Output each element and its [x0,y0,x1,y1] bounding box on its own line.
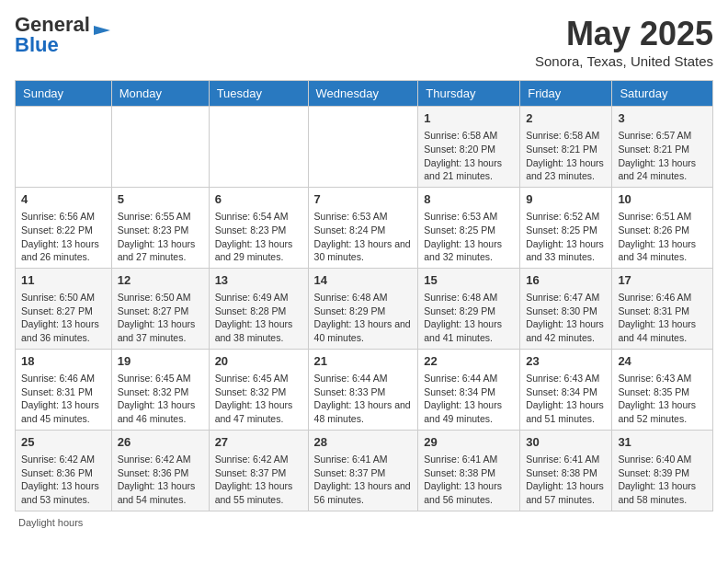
day-number: 2 [526,110,606,127]
day-number: 22 [424,353,514,370]
day-header-tuesday: Tuesday [209,81,308,107]
calendar-cell [209,107,308,188]
day-number: 27 [215,434,302,451]
day-number: 20 [215,353,302,370]
calendar-cell [111,107,209,188]
day-info: Sunrise: 6:46 AM Sunset: 8:31 PM Dayligh… [618,292,696,343]
day-info: Sunrise: 6:41 AM Sunset: 8:37 PM Dayligh… [314,454,411,505]
day-number: 3 [618,110,707,127]
day-header-thursday: Thursday [418,81,520,107]
day-info: Sunrise: 6:42 AM Sunset: 8:36 PM Dayligh… [21,454,99,505]
day-number: 14 [314,272,413,289]
footer-note: Daylight hours [15,517,713,528]
day-info: Sunrise: 6:48 AM Sunset: 8:29 PM Dayligh… [424,292,502,343]
day-info: Sunrise: 6:42 AM Sunset: 8:37 PM Dayligh… [215,454,293,505]
calendar-cell: 18Sunrise: 6:46 AM Sunset: 8:31 PM Dayli… [16,349,112,430]
day-header-sunday: Sunday [16,81,112,107]
calendar-table: SundayMondayTuesdayWednesdayThursdayFrid… [15,80,713,511]
day-number: 24 [618,353,707,370]
calendar-cell: 8Sunrise: 6:53 AM Sunset: 8:25 PM Daylig… [418,187,520,268]
calendar-cell: 20Sunrise: 6:45 AM Sunset: 8:32 PM Dayli… [209,349,308,430]
day-number: 11 [21,272,106,289]
day-info: Sunrise: 6:43 AM Sunset: 8:34 PM Dayligh… [526,373,604,424]
day-info: Sunrise: 6:53 AM Sunset: 8:24 PM Dayligh… [314,211,411,262]
day-header-wednesday: Wednesday [308,81,418,107]
calendar-cell: 4Sunrise: 6:56 AM Sunset: 8:22 PM Daylig… [16,187,112,268]
calendar-cell: 12Sunrise: 6:50 AM Sunset: 8:27 PM Dayli… [111,268,209,349]
month-year: May 2025 [535,15,713,53]
day-number: 13 [215,272,302,289]
day-number: 30 [526,434,606,451]
day-info: Sunrise: 6:57 AM Sunset: 8:21 PM Dayligh… [618,130,696,181]
calendar-cell: 28Sunrise: 6:41 AM Sunset: 8:37 PM Dayli… [308,430,418,511]
calendar-cell: 15Sunrise: 6:48 AM Sunset: 8:29 PM Dayli… [418,268,520,349]
day-info: Sunrise: 6:45 AM Sunset: 8:32 PM Dayligh… [118,373,196,424]
title-block: May 2025 Sonora, Texas, United States [535,15,713,69]
calendar-cell: 10Sunrise: 6:51 AM Sunset: 8:26 PM Dayli… [612,187,713,268]
day-info: Sunrise: 6:43 AM Sunset: 8:35 PM Dayligh… [618,373,696,424]
day-number: 8 [424,191,514,208]
day-info: Sunrise: 6:41 AM Sunset: 8:38 PM Dayligh… [526,454,604,505]
day-number: 10 [618,191,707,208]
calendar-cell: 25Sunrise: 6:42 AM Sunset: 8:36 PM Dayli… [16,430,112,511]
day-number: 26 [118,434,203,451]
day-info: Sunrise: 6:47 AM Sunset: 8:30 PM Dayligh… [526,292,604,343]
day-number: 15 [424,272,514,289]
calendar-cell: 7Sunrise: 6:53 AM Sunset: 8:24 PM Daylig… [308,187,418,268]
calendar-cell: 1Sunrise: 6:58 AM Sunset: 8:20 PM Daylig… [418,107,520,188]
calendar-cell: 22Sunrise: 6:44 AM Sunset: 8:34 PM Dayli… [418,349,520,430]
calendar-cell [16,107,112,188]
day-header-monday: Monday [111,81,209,107]
day-number: 9 [526,191,606,208]
day-info: Sunrise: 6:48 AM Sunset: 8:29 PM Dayligh… [314,292,411,343]
calendar-cell: 21Sunrise: 6:44 AM Sunset: 8:33 PM Dayli… [308,349,418,430]
day-number: 7 [314,191,413,208]
calendar-cell: 13Sunrise: 6:49 AM Sunset: 8:28 PM Dayli… [209,268,308,349]
location: Sonora, Texas, United States [535,53,713,69]
day-info: Sunrise: 6:45 AM Sunset: 8:32 PM Dayligh… [215,373,293,424]
day-info: Sunrise: 6:58 AM Sunset: 8:20 PM Dayligh… [424,130,502,181]
day-info: Sunrise: 6:50 AM Sunset: 8:27 PM Dayligh… [118,292,196,343]
calendar-cell: 6Sunrise: 6:54 AM Sunset: 8:23 PM Daylig… [209,187,308,268]
day-header-friday: Friday [520,81,612,107]
day-info: Sunrise: 6:53 AM Sunset: 8:25 PM Dayligh… [424,211,502,262]
day-number: 18 [21,353,106,370]
calendar-cell: 30Sunrise: 6:41 AM Sunset: 8:38 PM Dayli… [520,430,612,511]
day-info: Sunrise: 6:55 AM Sunset: 8:23 PM Dayligh… [118,211,196,262]
day-number: 6 [215,191,302,208]
day-info: Sunrise: 6:51 AM Sunset: 8:26 PM Dayligh… [618,211,696,262]
logo-icon [92,20,112,40]
day-info: Sunrise: 6:56 AM Sunset: 8:22 PM Dayligh… [21,211,99,262]
calendar-cell: 11Sunrise: 6:50 AM Sunset: 8:27 PM Dayli… [16,268,112,349]
day-info: Sunrise: 6:44 AM Sunset: 8:34 PM Dayligh… [424,373,502,424]
calendar-cell: 9Sunrise: 6:52 AM Sunset: 8:25 PM Daylig… [520,187,612,268]
day-number: 25 [21,434,106,451]
day-info: Sunrise: 6:42 AM Sunset: 8:36 PM Dayligh… [118,454,196,505]
calendar-cell: 31Sunrise: 6:40 AM Sunset: 8:39 PM Dayli… [612,430,713,511]
day-number: 17 [618,272,707,289]
day-number: 19 [118,353,203,370]
calendar-cell: 3Sunrise: 6:57 AM Sunset: 8:21 PM Daylig… [612,107,713,188]
calendar-cell: 24Sunrise: 6:43 AM Sunset: 8:35 PM Dayli… [612,349,713,430]
calendar-cell [308,107,418,188]
calendar-cell: 27Sunrise: 6:42 AM Sunset: 8:37 PM Dayli… [209,430,308,511]
calendar-cell: 5Sunrise: 6:55 AM Sunset: 8:23 PM Daylig… [111,187,209,268]
calendar-cell: 29Sunrise: 6:41 AM Sunset: 8:38 PM Dayli… [418,430,520,511]
day-number: 4 [21,191,106,208]
calendar-cell: 2Sunrise: 6:58 AM Sunset: 8:21 PM Daylig… [520,107,612,188]
day-number: 31 [618,434,707,451]
calendar-cell: 14Sunrise: 6:48 AM Sunset: 8:29 PM Dayli… [308,268,418,349]
calendar-cell: 26Sunrise: 6:42 AM Sunset: 8:36 PM Dayli… [111,430,209,511]
svg-marker-0 [94,26,110,35]
day-info: Sunrise: 6:49 AM Sunset: 8:28 PM Dayligh… [215,292,293,343]
day-number: 28 [314,434,413,451]
day-number: 12 [118,272,203,289]
logo: GeneralBlue [15,15,112,55]
day-number: 23 [526,353,606,370]
day-info: Sunrise: 6:52 AM Sunset: 8:25 PM Dayligh… [526,211,604,262]
day-info: Sunrise: 6:46 AM Sunset: 8:31 PM Dayligh… [21,373,99,424]
day-info: Sunrise: 6:50 AM Sunset: 8:27 PM Dayligh… [21,292,99,343]
page-header: GeneralBlue May 2025 Sonora, Texas, Unit… [15,15,713,69]
day-header-saturday: Saturday [612,81,713,107]
day-number: 5 [118,191,203,208]
